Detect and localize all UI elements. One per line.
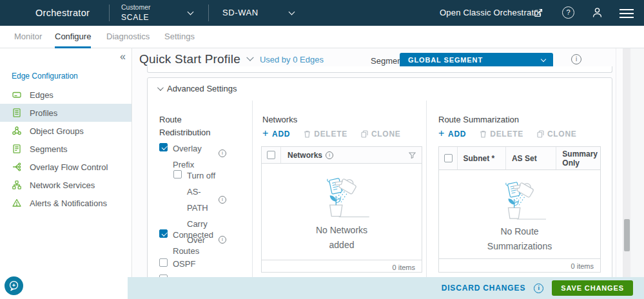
empty-state-text: No Route [439,224,600,239]
networks-items-count: 0 items [262,260,422,275]
divider [616,48,616,277]
sidebar-item-object-groups[interactable]: Object Groups [0,122,132,140]
route-summarization-delete-button[interactable]: DELETE [480,130,523,139]
checkbox-ospf[interactable]: OSPF [159,256,195,272]
sidebar: « Edge Configuration Edges Profiles Obje… [0,48,132,299]
edges-icon [12,90,22,100]
menu-icon[interactable] [620,9,634,21]
main-nav: Monitor Configure Diagnostics Settings [0,26,644,48]
object-groups-icon [12,126,22,136]
used-by-edges-link[interactable]: Used by 0 Edges [260,55,324,64]
route-summarization-title: Route Summarization [438,115,519,124]
empty-state-text: No Networks [262,223,422,238]
user-icon[interactable] [591,6,603,21]
sidebar-item-label: Object Groups [30,126,84,136]
chevron-down-icon[interactable] [289,9,295,15]
tab-monitor[interactable]: Monitor [14,26,42,48]
sidebar-item-alerts-notifications[interactable]: Alerts & Notifications [0,194,132,212]
as-path-info-icon[interactable]: i [219,196,226,204]
divider [109,5,110,21]
connected-routes-info-icon[interactable]: i [219,236,226,244]
empty-state-text: Summarizations [439,239,600,254]
checkbox[interactable] [159,229,168,238]
discard-info-icon[interactable]: i [534,284,543,293]
sidebar-item-profiles[interactable]: Profiles [0,104,132,122]
vertical-scrollbar-track[interactable] [623,48,630,277]
profile-dropdown-chevron-icon[interactable] [246,54,253,61]
external-link-icon[interactable] [534,8,543,20]
overlay-prefix-info-icon[interactable]: i [219,150,226,157]
tab-diagnostics[interactable]: Diagnostics [106,26,150,48]
advanced-settings-columns: Route Redistribution Overlay Prefix i Tu… [148,101,612,298]
plus-icon: + [438,128,445,139]
route-summarization-toolbar: + ADD DELETE CLONE [438,129,577,139]
route-summarization-table: Subnet * AS Set Summary Only [438,146,601,273]
chevron-down-icon [157,84,164,91]
brand-title: Orchestrator [35,0,90,26]
route-summarization-clone-button[interactable]: CLONE [537,130,577,139]
checkbox-label: OSPF [173,256,195,272]
summary-only-column-header: Summary Only [556,147,600,169]
sidebar-item-label: Network Services [30,180,95,190]
checkbox[interactable] [159,143,168,151]
sidebar-section-title: Edge Configuration [12,72,78,81]
networks-column-info-icon[interactable]: i [326,151,333,159]
networks-table: Networks i [261,146,422,273]
segment-info-icon[interactable]: i [571,54,581,64]
product-switcher[interactable]: SD-WAN [222,0,259,26]
route-redistribution-title: Route Redistribution [159,113,228,139]
feedback-chat-button[interactable] [5,276,23,295]
sidebar-item-label: Edges [30,90,54,100]
segment-selected-value: GLOBAL SEGMENT [408,53,483,68]
select-all-cell [439,147,458,169]
checkbox[interactable] [159,258,168,267]
content-area: Quick Start Profile Used by 0 Edges Segm… [133,48,644,299]
networks-add-button[interactable]: + ADD [262,129,290,139]
route-redistribution-column: Route Redistribution Overlay Prefix i Tu… [148,101,252,298]
checkbox[interactable] [173,170,182,178]
divider [280,147,281,163]
clone-icon [361,130,368,138]
customer-value: SCALE [121,13,151,22]
previous-section-edge [147,66,612,73]
top-bar: Orchestrator Customer SCALE SD-WAN Open … [0,0,644,26]
sidebar-item-overlay-flow-control[interactable]: Overlay Flow Control [0,158,132,176]
networks-empty-state: No Networks added [262,166,422,260]
filter-icon[interactable] [409,150,416,161]
save-changes-button[interactable]: SAVE CHANGES [552,280,633,296]
route-summarization-add-button[interactable]: + ADD [438,129,466,139]
route-summarization-items-count: 0 items [439,258,600,273]
tab-settings[interactable]: Settings [164,26,195,48]
trash-icon [480,130,487,138]
networks-clone-button[interactable]: CLONE [361,130,401,139]
subnet-column-header: Subnet * [458,147,506,169]
overlay-flow-control-icon [12,162,22,172]
alert-triangle-icon [12,198,22,208]
page-title: Quick Start Profile [139,52,240,66]
vertical-scrollbar-thumb[interactable] [624,219,630,251]
segment-select[interactable]: GLOBAL SEGMENT [400,53,553,68]
checkbox-connected-routes[interactable]: Connected Routes [159,227,218,259]
advanced-settings-title: Advanced Settings [167,84,237,93]
sidebar-item-segments[interactable]: Segments [0,140,132,158]
help-icon[interactable]: ? [562,6,574,19]
chevron-down-icon[interactable] [188,9,194,15]
select-all-checkbox[interactable] [267,151,275,159]
tab-configure[interactable]: Configure [55,26,91,48]
trash-icon [304,130,311,138]
sidebar-item-edges[interactable]: Edges [0,86,132,104]
discard-changes-button[interactable]: DISCARD CHANGES [442,284,526,293]
networks-toolbar: + ADD DELETE CLONE [262,129,401,139]
empty-state-text: added [262,238,422,253]
sidebar-collapse-icon[interactable]: « [120,51,126,63]
clone-icon [537,130,544,138]
as-set-column-header: AS Set [506,147,556,169]
advanced-settings-toggle[interactable]: Advanced Settings [157,84,237,93]
open-classic-orchestrator-link[interactable]: Open Classic Orchestrator [440,0,542,26]
select-all-checkbox[interactable] [444,154,453,162]
customer-switcher[interactable]: Customer SCALE [121,3,151,22]
network-services-icon [12,180,22,190]
networks-delete-button[interactable]: DELETE [304,130,347,139]
chevron-down-icon [541,57,546,62]
sidebar-item-network-services[interactable]: Network Services [0,176,132,194]
